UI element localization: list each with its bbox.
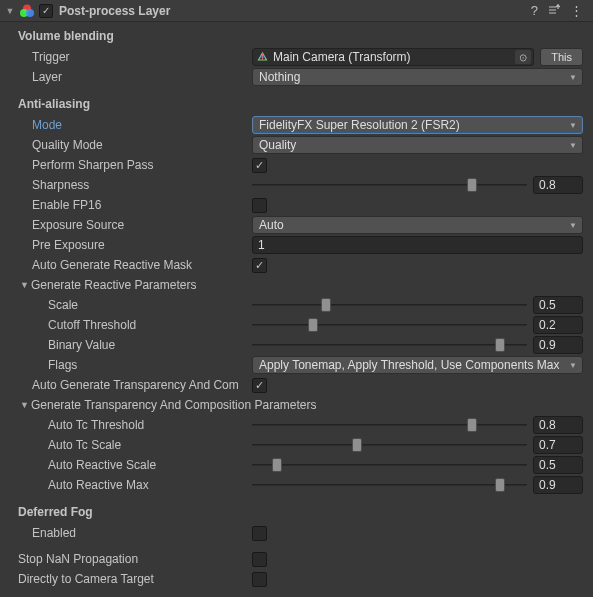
this-button[interactable]: This bbox=[540, 48, 583, 66]
direct-camera-checkbox[interactable] bbox=[252, 572, 267, 587]
mode-label: Mode bbox=[32, 118, 62, 132]
component-header[interactable]: ▼ ✓ Post-process Layer ? ⋮ bbox=[0, 0, 593, 22]
flags-value: Apply Tonemap, Apply Threshold, Use Comp… bbox=[259, 358, 559, 372]
chevron-down-icon: ▼ bbox=[569, 73, 577, 82]
layer-dropdown[interactable]: Nothing ▼ bbox=[252, 68, 583, 86]
auto-reactive-max-slider[interactable] bbox=[252, 483, 527, 487]
section-volume-blending: Volume blending bbox=[4, 25, 589, 47]
quality-mode-value: Quality bbox=[259, 138, 296, 152]
auto-reactive-scale-label: Auto Reactive Scale bbox=[48, 458, 156, 472]
component-title: Post-process Layer bbox=[59, 4, 531, 18]
auto-reactive-mask-label: Auto Generate Reactive Mask bbox=[32, 258, 192, 272]
cutoff-label: Cutoff Threshold bbox=[48, 318, 136, 332]
auto-reactive-max-label: Auto Reactive Max bbox=[48, 478, 149, 492]
auto-tc-scale-label: Auto Tc Scale bbox=[48, 438, 121, 452]
auto-tc-threshold-field[interactable]: 0.8 bbox=[533, 416, 583, 434]
cutoff-slider[interactable] bbox=[252, 323, 527, 327]
sharpness-slider[interactable] bbox=[252, 183, 527, 187]
flags-label: Flags bbox=[48, 358, 77, 372]
chevron-down-icon: ▼ bbox=[569, 361, 577, 370]
direct-camera-label: Directly to Camera Target bbox=[18, 572, 154, 586]
auto-tc-threshold-slider[interactable] bbox=[252, 423, 527, 427]
enable-fp16-label: Enable FP16 bbox=[32, 198, 101, 212]
foldout-arrow-icon[interactable]: ▼ bbox=[20, 400, 31, 410]
exposure-source-label: Exposure Source bbox=[32, 218, 124, 232]
pre-exposure-label: Pre Exposure bbox=[32, 238, 105, 252]
auto-reactive-mask-checkbox[interactable]: ✓ bbox=[252, 258, 267, 273]
exposure-source-dropdown[interactable]: Auto ▼ bbox=[252, 216, 583, 234]
flags-dropdown[interactable]: Apply Tonemap, Apply Threshold, Use Comp… bbox=[252, 356, 583, 374]
binary-field[interactable]: 0.9 bbox=[533, 336, 583, 354]
section-deferred-fog: Deferred Fog bbox=[4, 501, 589, 523]
foldout-arrow-icon[interactable]: ▼ bbox=[20, 280, 31, 290]
enable-fp16-checkbox[interactable] bbox=[252, 198, 267, 213]
auto-transparency-checkbox[interactable]: ✓ bbox=[252, 378, 267, 393]
quality-mode-label: Quality Mode bbox=[32, 138, 103, 152]
auto-reactive-scale-slider[interactable] bbox=[252, 463, 527, 467]
pre-exposure-field[interactable]: 1 bbox=[252, 236, 583, 254]
section-anti-aliasing: Anti-aliasing bbox=[4, 93, 589, 115]
stop-nan-checkbox[interactable] bbox=[252, 552, 267, 567]
trigger-object-field[interactable]: Main Camera (Transform) ⊙ bbox=[252, 48, 534, 66]
auto-reactive-max-field[interactable]: 0.9 bbox=[533, 476, 583, 494]
fog-enabled-checkbox[interactable] bbox=[252, 526, 267, 541]
layer-label: Layer bbox=[32, 70, 62, 84]
mode-dropdown[interactable]: FidelityFX Super Resolution 2 (FSR2) ▼ bbox=[252, 116, 583, 134]
trigger-value: Main Camera (Transform) bbox=[273, 50, 411, 64]
scale-slider[interactable] bbox=[252, 303, 527, 307]
component-enabled-checkbox[interactable]: ✓ bbox=[39, 4, 53, 18]
auto-transparency-label: Auto Generate Transparency And Com bbox=[32, 378, 239, 392]
chevron-down-icon: ▼ bbox=[569, 141, 577, 150]
scale-label: Scale bbox=[48, 298, 78, 312]
context-menu-icon[interactable]: ⋮ bbox=[570, 3, 583, 18]
exposure-source-value: Auto bbox=[259, 218, 284, 232]
sharpen-pass-checkbox[interactable]: ✓ bbox=[252, 158, 267, 173]
gen-transparency-label[interactable]: Generate Transparency And Composition Pa… bbox=[31, 398, 316, 412]
trigger-label: Trigger bbox=[32, 50, 70, 64]
auto-reactive-scale-field[interactable]: 0.5 bbox=[533, 456, 583, 474]
cutoff-field[interactable]: 0.2 bbox=[533, 316, 583, 334]
scale-field[interactable]: 0.5 bbox=[533, 296, 583, 314]
transform-icon bbox=[257, 52, 269, 63]
quality-mode-dropdown[interactable]: Quality ▼ bbox=[252, 136, 583, 154]
foldout-arrow-icon[interactable]: ▼ bbox=[4, 6, 16, 16]
layer-value: Nothing bbox=[259, 70, 300, 84]
presets-icon[interactable] bbox=[548, 3, 560, 18]
binary-label: Binary Value bbox=[48, 338, 115, 352]
sharpen-pass-label: Perform Sharpen Pass bbox=[32, 158, 153, 172]
auto-tc-threshold-label: Auto Tc Threshold bbox=[48, 418, 144, 432]
chevron-down-icon: ▼ bbox=[569, 221, 577, 230]
auto-tc-scale-slider[interactable] bbox=[252, 443, 527, 447]
gen-reactive-params-label[interactable]: Generate Reactive Parameters bbox=[31, 278, 196, 292]
component-icon bbox=[19, 3, 35, 19]
svg-point-2 bbox=[26, 9, 34, 17]
stop-nan-label: Stop NaN Propagation bbox=[18, 552, 138, 566]
chevron-down-icon: ▼ bbox=[569, 121, 577, 130]
help-icon[interactable]: ? bbox=[531, 3, 538, 18]
binary-slider[interactable] bbox=[252, 343, 527, 347]
object-picker-icon[interactable]: ⊙ bbox=[515, 50, 531, 64]
auto-tc-scale-field[interactable]: 0.7 bbox=[533, 436, 583, 454]
mode-value: FidelityFX Super Resolution 2 (FSR2) bbox=[259, 118, 460, 132]
sharpness-field[interactable]: 0.8 bbox=[533, 176, 583, 194]
fog-enabled-label: Enabled bbox=[32, 526, 76, 540]
sharpness-label: Sharpness bbox=[32, 178, 89, 192]
